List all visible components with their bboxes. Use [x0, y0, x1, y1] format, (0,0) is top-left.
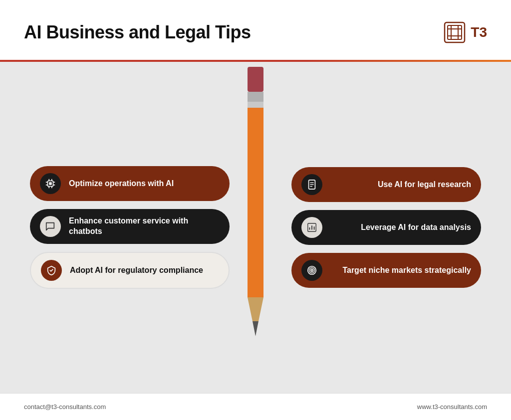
compliance-text: Adopt AI for regulatory compliance [70, 265, 219, 276]
optimize-text: Optimize operations with AI [69, 179, 220, 189]
svg-marker-33 [253, 321, 258, 336]
chart-icon [306, 222, 317, 233]
svg-rect-31 [248, 108, 263, 297]
card-data: Leverage AI for data analysis [291, 210, 481, 245]
card-customer: Enhance customer service with chatbots [30, 209, 230, 244]
target-icon [306, 265, 317, 276]
cpu-icon [45, 178, 56, 189]
svg-rect-29 [248, 92, 263, 102]
pencil-svg [241, 67, 270, 346]
compliance-icon-circle [41, 260, 62, 281]
card-niche: Target niche markets strategically [291, 253, 481, 288]
legal-icon-circle [301, 174, 322, 195]
card-compliance: Adopt AI for regulatory compliance [30, 252, 230, 289]
data-icon-circle [301, 217, 322, 238]
left-cards: Optimize operations with AI Enhance cust… [30, 166, 230, 289]
customer-icon-circle [40, 216, 61, 237]
pencil-decoration [241, 67, 270, 398]
page-title: AI Business and Legal Tips [24, 22, 251, 43]
customer-text: Enhance customer service with chatbots [69, 216, 220, 237]
svg-marker-32 [248, 297, 263, 321]
svg-rect-28 [248, 67, 263, 92]
svg-rect-7 [49, 182, 52, 185]
footer-email: contact@t3-consultants.com [24, 403, 106, 411]
card-optimize: Optimize operations with AI [30, 166, 230, 201]
legal-text: Use AI for legal research [330, 180, 471, 190]
shield-icon [46, 265, 57, 276]
logo-text: T3 [471, 24, 487, 40]
data-text: Leverage AI for data analysis [330, 222, 471, 233]
svg-rect-1 [448, 25, 462, 39]
footer-website: www.t3-consultants.com [417, 403, 487, 411]
logo-icon [444, 21, 466, 43]
svg-rect-30 [248, 102, 263, 108]
niche-text: Target niche markets strategically [330, 265, 471, 276]
card-legal: Use AI for legal research [291, 167, 481, 202]
document-icon [306, 179, 317, 190]
chat-icon [45, 221, 56, 232]
svg-point-27 [311, 270, 313, 271]
main-content: Optimize operations with AI Enhance cust… [0, 62, 511, 393]
niche-icon-circle [301, 260, 322, 281]
right-cards: Use AI for legal research Leverage AI fo… [291, 167, 481, 288]
logo-area: T3 [444, 21, 487, 43]
optimize-icon-circle [40, 173, 61, 194]
header: AI Business and Legal Tips T3 [0, 0, 511, 60]
